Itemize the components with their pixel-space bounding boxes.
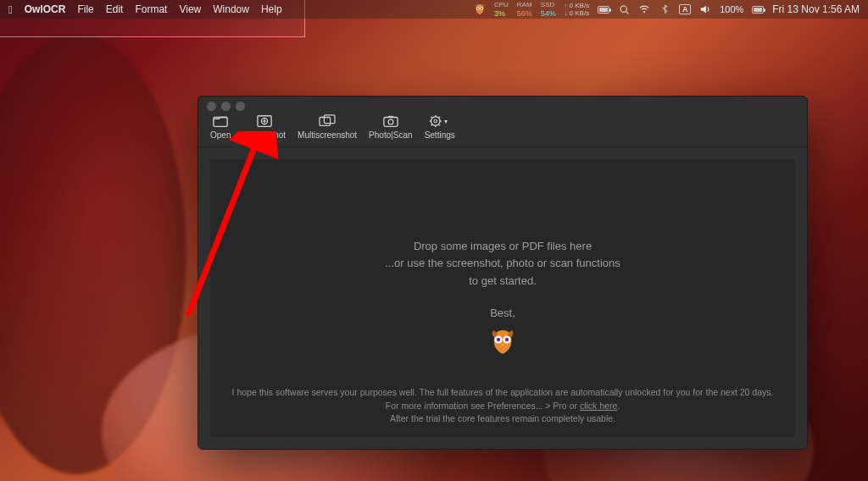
net-down: ↓ 0 KB/s [565,9,589,17]
settings-button[interactable]: ▾ Settings [420,112,460,141]
drop-line-2: ...or use the screenshot, photo or scan … [385,255,620,272]
photoscan-button[interactable]: Photo|Scan [364,112,418,141]
wifi-icon[interactable] [638,3,650,15]
svg-line-20 [431,117,431,118]
menubar-app-name[interactable]: OwlOCR [25,3,66,15]
open-label: Open [210,130,231,140]
settings-label: Settings [425,130,455,140]
owlocr-status-icon[interactable] [474,3,486,15]
footer-line-1: I hope this software serves your purpose… [227,386,778,399]
window-titlebar[interactable] [198,97,807,108]
ssd-value: 54% [541,9,556,18]
footer-line-3: After the trial the core features remain… [227,412,778,425]
svg-rect-13 [388,116,392,118]
input-source-indicator[interactable]: A [679,4,691,14]
network-stat[interactable]: ↑ 0 KB/s ↓ 0 KB/s [565,2,589,17]
menu-edit[interactable]: Edit [106,3,124,15]
battery-menubar-icon[interactable] [598,3,609,15]
svg-rect-11 [384,118,398,127]
menu-window[interactable]: Window [213,3,249,15]
ssd-stat[interactable]: SSD 54% [541,1,556,18]
battery-icon[interactable] [752,3,764,15]
owlocr-window: Open Screenshot Multiscreenshot Photo|Sc… [198,96,808,450]
net-up: ↑ 0 KB/s [565,2,589,9]
drop-signoff: Best, [490,305,515,322]
apple-menu-icon[interactable]:  [8,3,13,16]
cpu-value: 3% [494,9,505,18]
drop-area[interactable]: Drop some images or PDF files here ...or… [210,159,795,437]
menubar-clock[interactable]: Fri 13 Nov 1:56 AM [772,3,860,15]
svg-point-6 [643,11,645,13]
multiscreenshot-button[interactable]: Multiscreenshot [292,112,362,141]
menu-format[interactable]: Format [135,3,167,15]
svg-line-21 [438,124,439,125]
trial-footer-note: I hope this software serves your purpose… [210,386,795,425]
svg-point-12 [388,119,393,124]
menubar:  OwlOCR File Edit Format View Window He… [0,0,868,19]
ram-label: RAM [517,1,532,9]
multiscreenshot-label: Multiscreenshot [298,130,357,140]
svg-point-2 [477,8,479,9]
ram-stat[interactable]: RAM 56% [517,1,532,18]
svg-point-27 [505,338,509,341]
drop-line-3: to get started. [469,273,537,290]
svg-point-14 [431,117,440,126]
svg-line-23 [438,117,439,118]
svg-point-3 [481,8,482,9]
menubar-right: CPU 3% RAM 56% SSD 54% ↑ 0 KB/s ↓ 0 KB/s… [474,1,860,18]
svg-line-22 [431,124,431,125]
bluetooth-icon[interactable] [659,3,670,15]
click-here-link[interactable]: click here [580,401,617,411]
screenshot-label: Screenshot [242,130,286,140]
menubar-left:  OwlOCR File Edit Format View Window He… [8,3,282,16]
svg-point-4 [620,6,626,12]
svg-point-15 [434,119,437,123]
search-icon[interactable] [618,3,630,15]
menu-help[interactable]: Help [261,3,282,15]
svg-point-26 [497,338,500,341]
photoscan-label: Photo|Scan [369,130,413,140]
ssd-label: SSD [541,1,554,9]
svg-line-5 [626,11,628,14]
chevron-down-icon: ▾ [444,118,448,125]
battery-percent[interactable]: 100% [720,4,743,14]
drop-line-1: Drop some images or PDF files here [414,238,592,255]
footer-line-2: For more information see Preferences... … [227,400,778,412]
screenshot-button[interactable]: Screenshot [237,112,291,141]
open-button[interactable]: Open [205,112,236,141]
ram-value: 56% [517,9,532,18]
cpu-stat[interactable]: CPU 3% [494,1,509,18]
owl-logo-icon [489,322,516,358]
volume-icon[interactable] [699,3,711,15]
menu-file[interactable]: File [77,3,93,15]
cpu-label: CPU [494,1,509,9]
window-toolbar: Open Screenshot Multiscreenshot Photo|Sc… [198,108,807,147]
svg-rect-9 [320,118,331,126]
svg-rect-10 [324,115,335,124]
menu-view[interactable]: View [179,3,201,15]
